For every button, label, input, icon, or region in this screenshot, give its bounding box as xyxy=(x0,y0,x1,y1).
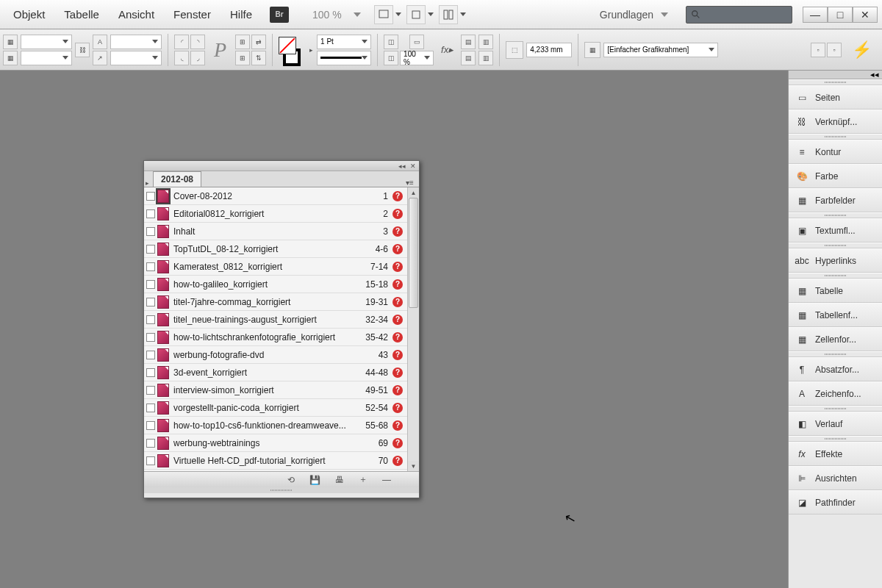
textwrap-4-icon[interactable]: ▥ xyxy=(478,51,493,65)
align-2-icon[interactable]: ⊞ xyxy=(235,51,250,65)
textwrap-2-icon[interactable]: ▤ xyxy=(461,51,476,65)
paragraph-style-dropdown[interactable] xyxy=(21,51,72,65)
book-document-row[interactable]: Virtuelle Heft-CD_pdf-tutorial_korrigier… xyxy=(144,452,407,470)
scroll-down-icon[interactable]: ▼ xyxy=(408,461,419,471)
row-checkbox[interactable] xyxy=(144,381,157,399)
panel-zellenformate[interactable]: ▦Zellenfor... xyxy=(789,327,882,351)
stroke-weight-dropdown[interactable]: 1 Pt xyxy=(317,35,371,49)
book-document-row[interactable]: how-to-lichtschrankenfotografie_korrigie… xyxy=(144,329,407,346)
menu-objekt[interactable]: Objekt xyxy=(4,5,54,24)
opacity-dropdown[interactable]: 100 % xyxy=(400,51,434,65)
panel-ausrichten[interactable]: ⊫Ausrichten xyxy=(789,466,882,490)
row-checkbox[interactable] xyxy=(144,329,157,346)
scroll-thumb[interactable] xyxy=(409,198,418,308)
panel-collapse-icon[interactable]: ◂◂ xyxy=(398,162,406,170)
character-style-dropdown[interactable] xyxy=(21,35,72,49)
book-document-row[interactable]: Inhalt3? xyxy=(144,223,407,240)
font-dropdown[interactable] xyxy=(110,35,162,49)
row-checkbox[interactable] xyxy=(144,223,157,240)
remove-document-button[interactable]: — xyxy=(382,475,391,485)
row-checkbox[interactable] xyxy=(144,399,157,417)
sync-button[interactable]: ⟲ xyxy=(287,475,295,485)
dock-grip[interactable] xyxy=(789,351,882,357)
book-document-row[interactable]: how-to-galileo_korrigiert15-18? xyxy=(144,276,407,293)
textwrap-3-icon[interactable]: ▥ xyxy=(478,35,493,49)
object-style-dropdown[interactable]: [Einfacher Grafikrahmen] xyxy=(603,43,718,57)
book-tab[interactable]: 2012-08 xyxy=(153,171,201,187)
book-document-row[interactable]: Kameratest_0812_korrigiert7-14? xyxy=(144,258,407,276)
panel-farbfelder[interactable]: ▦Farbfelder xyxy=(789,188,882,212)
panel-absatzformate[interactable]: ¶Absatzfor... xyxy=(789,357,882,381)
fx-label-icon[interactable]: fx▸ xyxy=(437,44,458,55)
formatting-icon[interactable]: A xyxy=(93,35,107,49)
panel-seiten[interactable]: ▭Seiten xyxy=(789,85,882,110)
flip-v-icon[interactable]: ⇅ xyxy=(251,51,266,65)
row-checkbox[interactable] xyxy=(144,452,157,470)
book-document-row[interactable]: vorgestellt-panic-coda_korrigiert52-54? xyxy=(144,399,407,417)
frame-fitting-icon[interactable]: ⬚ xyxy=(506,41,523,59)
quick-apply-icon[interactable]: ⚡ xyxy=(845,40,879,60)
panel-verlauf[interactable]: ◧Verlauf xyxy=(789,412,882,436)
print-button[interactable]: 🖶 xyxy=(335,475,344,485)
row-checkbox[interactable] xyxy=(144,293,157,311)
row-checkbox[interactable] xyxy=(144,364,157,381)
book-document-row[interactable]: Editorial0812_korrigiert2? xyxy=(144,205,407,223)
panel-verknuepfungen[interactable]: ⛓Verknüpf... xyxy=(789,110,882,134)
panel-effekte[interactable]: fxEffekte xyxy=(789,442,882,466)
menu-hilfe[interactable]: Hilfe xyxy=(221,5,261,24)
panel-menu-icon[interactable]: ▾≡ xyxy=(406,179,419,187)
scroll-up-icon[interactable]: ▲ xyxy=(408,187,419,198)
zoom-dropdown-icon[interactable] xyxy=(354,12,361,17)
swap-fill-stroke-icon[interactable]: ▸ xyxy=(308,34,314,66)
dock-grip[interactable] xyxy=(789,134,882,140)
stroke-type-dropdown[interactable] xyxy=(317,51,371,65)
misc-1-icon[interactable]: ▫ xyxy=(811,43,825,57)
menu-fenster[interactable]: Fenster xyxy=(165,5,220,24)
minimize-button[interactable]: — xyxy=(803,7,828,23)
book-document-row[interactable]: werbung-webtrainings69? xyxy=(144,434,407,452)
row-checkbox[interactable] xyxy=(144,276,157,293)
align-1-icon[interactable]: ⊞ xyxy=(235,35,250,49)
menu-ansicht[interactable]: Ansicht xyxy=(110,5,163,24)
panel-kontur[interactable]: ≡Kontur xyxy=(789,140,882,164)
dock-grip[interactable] xyxy=(789,406,882,412)
row-checkbox[interactable] xyxy=(144,417,157,434)
book-document-row[interactable]: 3d-event_korrigiert44-48? xyxy=(144,364,407,381)
book-document-row[interactable]: werbung-fotografie-dvd43? xyxy=(144,346,407,364)
book-document-row[interactable]: how-to-top10-cs6-funktionen-dreamweave..… xyxy=(144,417,407,434)
corner-bl-icon[interactable]: ◟ xyxy=(174,51,189,65)
dock-grip[interactable] xyxy=(789,243,882,248)
fx-3-icon[interactable]: ▭ xyxy=(409,35,424,49)
book-document-row[interactable]: titel-7jahre-commag_korrigiert19-31? xyxy=(144,293,407,311)
dock-grip[interactable] xyxy=(789,273,882,279)
bridge-button[interactable]: Br xyxy=(270,7,289,23)
add-document-button[interactable]: ＋ xyxy=(359,473,368,486)
flip-h-icon[interactable]: ⇄ xyxy=(251,35,266,49)
misc-2-icon[interactable]: ▫ xyxy=(827,43,842,57)
textwrap-1-icon[interactable]: ▤ xyxy=(461,35,476,49)
preset-icon[interactable]: ▦ xyxy=(584,42,600,58)
panel-tabellenformate[interactable]: ▦Tabellenf... xyxy=(789,303,882,327)
dock-grip[interactable] xyxy=(789,212,882,218)
row-checkbox[interactable] xyxy=(144,434,157,452)
book-document-row[interactable]: Cover-08-20121? xyxy=(144,187,407,205)
workspace-switcher[interactable]: Grundlagen xyxy=(592,6,675,24)
help-search-input[interactable] xyxy=(686,6,792,24)
panel-close-icon[interactable]: ✕ xyxy=(410,162,416,170)
object-icon-2[interactable]: ▦ xyxy=(3,51,18,65)
dock-grip[interactable] xyxy=(789,79,882,85)
scrollbar[interactable]: ▲ ▼ xyxy=(407,187,419,471)
screen-mode-button[interactable] xyxy=(374,5,393,24)
link-icon[interactable]: ⛓ xyxy=(75,43,90,57)
save-button[interactable]: 💾 xyxy=(309,475,320,485)
panel-tabelle[interactable]: ▦Tabelle xyxy=(789,279,882,303)
close-button[interactable]: ✕ xyxy=(853,7,878,23)
font-style-dropdown[interactable] xyxy=(110,51,162,65)
panel-farbe[interactable]: 🎨Farbe xyxy=(789,164,882,188)
panel-hyperlinks[interactable]: abcHyperlinks xyxy=(789,248,882,273)
panel-zeichenformate[interactable]: AZeichenfo... xyxy=(789,381,882,406)
panel-toggle-icon[interactable]: ▸ xyxy=(144,179,153,187)
fill-stroke-swatch[interactable] xyxy=(279,37,305,63)
arrange-documents-button[interactable] xyxy=(439,5,458,24)
fx-1-icon[interactable]: ◫ xyxy=(384,35,398,49)
